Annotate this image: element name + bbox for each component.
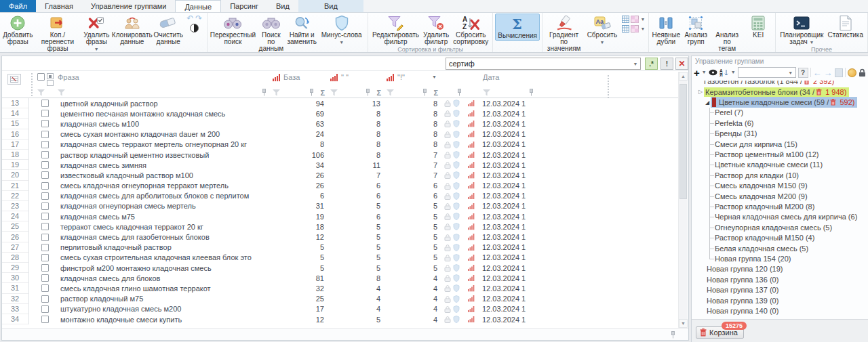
trend-cell[interactable] <box>465 316 480 322</box>
tree-group-item[interactable]: Газобетон / газоблок (1 844 / 2 392) <box>692 81 868 87</box>
filter-funnel-icon[interactable] <box>483 89 490 96</box>
tree-group-item[interactable]: Смесь кладочная М150 (9) <box>692 181 868 191</box>
phrase-cell[interactable]: монтажно кладочные смеси купить <box>55 316 270 324</box>
trend-cell[interactable] <box>465 244 480 251</box>
phrase-cell[interactable]: кладочная огнеупорная смесь мертель <box>55 202 270 210</box>
row-checkbox[interactable] <box>41 100 49 107</box>
table-row[interactable]: 19 кладочная смесь зимняя 34 11 7 12.03.… <box>2 160 678 170</box>
pin-icon[interactable] <box>456 89 462 96</box>
phrase-cell[interactable]: кладочная смесь терракот мертель огнеупо… <box>55 140 270 148</box>
trend-cell[interactable] <box>465 110 480 116</box>
tree-group-item[interactable]: Раствор кладочный М200 (8) <box>692 201 868 211</box>
tree-group-item[interactable]: Раствор кладочный М150 (4) <box>692 232 868 242</box>
row-checkbox[interactable] <box>41 223 49 230</box>
trend-cell[interactable] <box>465 152 480 158</box>
row-checkbox[interactable] <box>41 295 49 303</box>
tree-group-item[interactable]: Смеси для кирпича (15) <box>692 139 868 149</box>
filter-funnel-icon[interactable] <box>387 89 394 96</box>
tab-вид-contextual[interactable]: Вид <box>315 2 347 10</box>
contrast-icon[interactable] <box>190 24 199 33</box>
tree-group-item[interactable]: Новая группа 140 (0) <box>692 305 868 316</box>
grid-color-button[interactable]: ▼ <box>622 25 645 33</box>
exact-search-button[interactable]: ! <box>660 58 673 70</box>
trend-cell[interactable] <box>465 162 480 168</box>
row-checkbox[interactable] <box>41 274 49 282</box>
tree-group-item[interactable]: Новая группа 120 (19) <box>692 264 868 274</box>
tab-4[interactable]: Парсинг <box>221 0 267 12</box>
dropdown-icon[interactable]: ▼ <box>786 70 795 75</box>
table-row[interactable]: 26 кладочная смесь для газобетонных блок… <box>2 232 678 242</box>
pin-icon[interactable] <box>309 89 315 96</box>
clone-data-button[interactable]: Клонироватьданные <box>111 14 153 46</box>
row-checkbox[interactable] <box>41 171 49 179</box>
phrase-cell[interactable]: смесь кладочная огнеупорная терракот мер… <box>55 181 270 190</box>
phrase-cell[interactable]: терракот смесь кладочная терракот 20 кг <box>55 223 270 231</box>
trend-cell[interactable] <box>465 306 480 312</box>
row-checkbox[interactable] <box>41 110 49 117</box>
sort-dropdown-icon[interactable]: ▼ <box>731 70 736 74</box>
expander-expanded-icon[interactable]: ◢ <box>704 100 711 106</box>
filter-funnel-icon[interactable] <box>330 89 338 96</box>
invert-selection-icon[interactable] <box>47 73 54 79</box>
row-checkbox[interactable] <box>41 202 49 210</box>
sum-icon[interactable]: Σ <box>320 89 325 96</box>
pin-icon[interactable] <box>528 89 534 96</box>
tag-analysis-button[interactable]: Анализ потегам <box>711 14 743 53</box>
reset-colors-button[interactable]: AaСбросить ▼ <box>583 14 620 46</box>
edit-filter-button[interactable]: Редактироватьфильтр <box>370 14 421 46</box>
row-checkbox[interactable] <box>41 131 49 138</box>
eye-icon[interactable] <box>709 69 717 76</box>
tree-group-item[interactable]: ◢Цветные кладочные смеси (59 / 592) <box>692 97 868 107</box>
table-row[interactable]: 24 кладочная смесь м75 19 6 5 12.03.2024… <box>2 211 678 221</box>
trend-cell[interactable] <box>465 142 480 148</box>
tree-group-item[interactable]: ▷Керамзитобетонные блоки (34 / 1 948) <box>692 87 868 97</box>
column-header-chart[interactable] <box>465 71 480 98</box>
column-splitter[interactable] <box>608 75 609 98</box>
table-row[interactable]: 29 финстрой м200 монтажно кладочная смес… <box>2 263 678 273</box>
regex-search-button[interactable]: .* <box>645 58 658 70</box>
back-arrow-icon[interactable]: ← <box>813 68 822 77</box>
trend-cell[interactable] <box>465 182 480 188</box>
lock-icon[interactable] <box>859 68 866 77</box>
table-row[interactable]: 15 кладочная смесь м100 63 8 8 12.03.202… <box>2 119 678 129</box>
phrase-cell[interactable]: кладочная смесь м100 <box>55 120 270 128</box>
table-row[interactable]: 22 кладочная смесь для арболитовых блоко… <box>2 191 678 201</box>
trend-cell[interactable] <box>465 172 480 178</box>
scroll-down-button[interactable]: ▼ <box>679 319 688 328</box>
expander-collapsed-icon[interactable]: ▷ <box>697 89 704 95</box>
delete-phrases-button[interactable]: Удалитьфразы ▼ <box>81 14 111 53</box>
tree-group-item[interactable]: Раствор для кладки (10) <box>692 170 868 180</box>
trend-cell[interactable] <box>465 121 480 127</box>
sum-icon[interactable]: Σ <box>433 89 438 96</box>
tab-3[interactable]: Данные <box>175 0 221 12</box>
table-row[interactable]: 14 цементно песчаная монтажно кладочная … <box>2 108 678 119</box>
table-row[interactable]: 27 перлитовый кладочный раствор 5 5 5 12… <box>2 242 678 253</box>
trend-cell[interactable] <box>465 203 480 209</box>
pin-icon[interactable] <box>422 89 428 96</box>
sum-icon[interactable]: Σ <box>376 89 381 96</box>
gradient-button[interactable]: Градиент позначениям <box>545 14 583 53</box>
trend-cell[interactable] <box>465 213 480 219</box>
column-header-base[interactable]: База Σ <box>270 71 328 98</box>
reset-sort-button[interactable]: AZСброситьсортировку <box>451 14 490 46</box>
row-checkbox[interactable] <box>41 192 49 200</box>
column-splitter[interactable] <box>31 73 33 96</box>
grid-color-button[interactable]: ▼ <box>622 16 645 23</box>
column-header-exact[interactable]: "!"▼ Σ <box>384 71 441 98</box>
tab-5[interactable]: Вид <box>267 0 298 12</box>
trend-cell[interactable] <box>465 131 480 137</box>
row-checkbox[interactable] <box>41 161 49 169</box>
column-header-date[interactable]: Дата <box>480 71 537 98</box>
phrase-cell[interactable]: цветной кладочный раствор <box>55 100 270 108</box>
phrase-cell[interactable]: перлитовый кладочный раствор <box>55 243 270 251</box>
phrase-cell[interactable]: смесь сухая монтажно кладочная dauer м 2… <box>55 130 270 138</box>
tree-group-item[interactable]: Новая группа 137 (0) <box>692 284 868 295</box>
tree-group-item[interactable]: Новая группа 154 (20) <box>692 253 868 263</box>
row-checkbox[interactable] <box>41 264 49 272</box>
trend-cell[interactable] <box>465 265 480 271</box>
row-checkbox[interactable] <box>41 182 49 190</box>
add-phrases-button[interactable]: Добавитьфразы <box>2 14 34 46</box>
filter-funnel-icon[interactable] <box>273 89 280 96</box>
trend-cell[interactable] <box>465 295 480 301</box>
table-row[interactable]: 25 терракот смесь кладочная терракот 20 … <box>2 221 678 232</box>
